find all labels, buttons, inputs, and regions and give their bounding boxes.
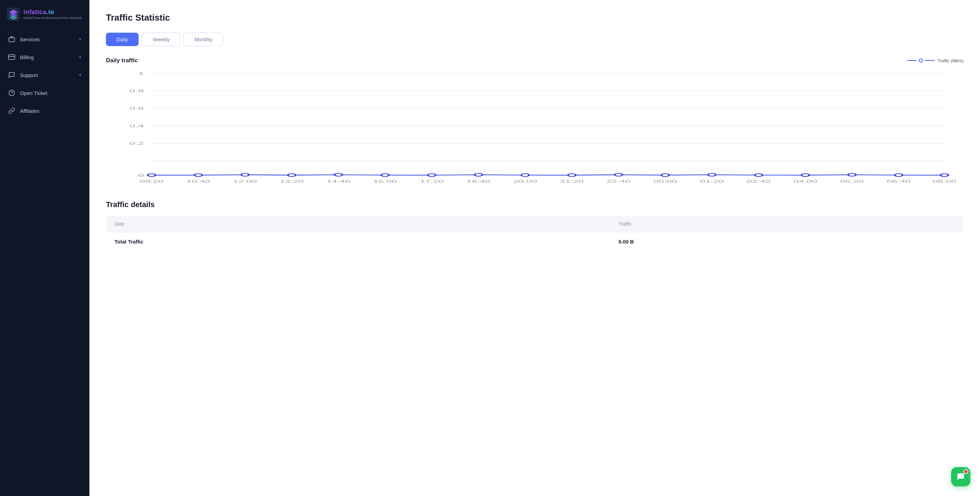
sidebar-item-open-ticket[interactable]: Open Ticket [0, 84, 89, 102]
svg-text:0.8: 0.8 [129, 88, 144, 93]
svg-point-40 [940, 174, 948, 177]
svg-text:12:00: 12:00 [233, 180, 257, 184]
column-date: Date [106, 216, 610, 233]
svg-text:09:20: 09:20 [140, 180, 163, 184]
sidebar: infatica.io Global Peer-to-Business Prox… [0, 0, 89, 496]
chart-legend: Traffic (Mb/s) [907, 58, 964, 63]
chart-container: 1 0.8 0.6 0.4 0.2 0 [106, 70, 964, 187]
sidebar-item-billing-label: Billing [20, 54, 34, 60]
briefcase-icon [8, 36, 15, 43]
logo-subtitle: Global Peer-to-Business Proxy Network [23, 16, 82, 20]
svg-text:18:40: 18:40 [467, 180, 490, 184]
svg-text:06:40: 06:40 [887, 180, 910, 184]
svg-point-31 [521, 174, 529, 177]
svg-text:04:00: 04:00 [793, 180, 817, 184]
svg-point-39 [895, 174, 902, 177]
svg-text:22:40: 22:40 [606, 180, 630, 184]
svg-text:16:00: 16:00 [373, 180, 397, 184]
sidebar-item-services-label: Services [20, 37, 40, 42]
legend-dash [907, 60, 917, 61]
svg-rect-4 [9, 38, 15, 42]
svg-text:21:20: 21:20 [560, 180, 584, 184]
svg-text:0.6: 0.6 [129, 106, 144, 110]
daily-button[interactable]: Daily [106, 33, 138, 46]
traffic-details-section: Traffic details Date Traffic Total Traff… [106, 200, 964, 251]
svg-point-38 [848, 173, 856, 177]
credit-card-icon [8, 54, 15, 61]
logo-icon [7, 8, 20, 21]
table-row-total: Total Traffic 0.00 B [106, 233, 964, 251]
svg-text:00:00: 00:00 [653, 180, 677, 184]
svg-point-35 [708, 173, 716, 177]
sidebar-item-billing[interactable]: Billing ▾ [0, 48, 89, 66]
table-body: Total Traffic 0.00 B [106, 233, 964, 251]
support-icon [8, 72, 15, 78]
svg-text:05:20: 05:20 [840, 180, 864, 184]
svg-point-24 [195, 174, 202, 177]
legend-label: Traffic (Mb/s) [937, 58, 964, 63]
svg-point-28 [381, 174, 389, 177]
svg-text:14:40: 14:40 [326, 180, 350, 184]
logo-text: infatica.io Global Peer-to-Business Prox… [23, 9, 82, 20]
sidebar-item-support[interactable]: Support ▾ [0, 66, 89, 84]
column-traffic: Traffic [610, 216, 964, 233]
weekly-button[interactable]: Weekly [142, 33, 180, 46]
svg-point-27 [334, 173, 342, 177]
logo: infatica.io Global Peer-to-Business Prox… [0, 0, 89, 30]
total-value: 0.00 B [610, 233, 964, 251]
svg-point-32 [568, 174, 576, 177]
svg-point-29 [428, 174, 436, 177]
link-icon [8, 107, 15, 114]
svg-point-37 [802, 174, 809, 177]
svg-point-30 [474, 173, 482, 177]
notification-dot [964, 469, 968, 474]
table-header: Date Traffic [106, 216, 964, 233]
svg-text:20:00: 20:00 [513, 180, 537, 184]
svg-point-26 [288, 174, 295, 177]
svg-text:1: 1 [138, 71, 144, 75]
svg-point-25 [241, 173, 248, 177]
details-table: Date Traffic Total Traffic 0.00 B [106, 215, 964, 251]
main-content: Traffic Statistic Daily Weekly Monthly D… [89, 0, 980, 496]
chart-svg: 1 0.8 0.6 0.4 0.2 0 [106, 70, 964, 187]
svg-rect-6 [9, 55, 15, 59]
legend-line [907, 59, 935, 62]
sidebar-item-services[interactable]: Services ▾ [0, 30, 89, 48]
chart-title: Daily traffic [106, 57, 138, 64]
period-buttons: Daily Weekly Monthly [106, 33, 964, 46]
svg-point-34 [662, 174, 669, 177]
page-title: Traffic Statistic [106, 13, 964, 23]
chevron-down-icon: ▾ [79, 37, 81, 41]
chat-button[interactable] [951, 467, 970, 486]
sidebar-item-affiliates[interactable]: Affiliates [0, 102, 89, 120]
svg-text:0: 0 [138, 173, 144, 178]
legend-dash-2 [925, 60, 935, 61]
table-header-row: Date Traffic [106, 216, 964, 233]
svg-text:10:40: 10:40 [186, 180, 210, 184]
svg-text:17:20: 17:20 [420, 180, 444, 184]
svg-text:02:40: 02:40 [747, 180, 771, 184]
legend-circle [919, 59, 923, 62]
logo-name: infatica.io [23, 9, 82, 16]
svg-text:08:00: 08:00 [932, 180, 956, 184]
question-circle-icon [8, 89, 15, 96]
svg-point-33 [615, 173, 622, 177]
svg-text:01:20: 01:20 [700, 180, 724, 184]
sidebar-item-open-ticket-label: Open Ticket [20, 90, 48, 96]
details-title: Traffic details [106, 200, 964, 209]
chart-section: Daily traffic Traffic (Mb/s) [106, 57, 964, 187]
svg-text:0.4: 0.4 [129, 123, 144, 128]
sidebar-item-support-label: Support [20, 72, 38, 78]
monthly-button[interactable]: Monthly [184, 33, 223, 46]
chevron-down-icon: ▾ [79, 73, 81, 77]
svg-text:0.2: 0.2 [129, 141, 144, 145]
svg-text:13:20: 13:20 [280, 180, 304, 184]
total-label: Total Traffic [106, 233, 610, 251]
chevron-down-icon: ▾ [79, 55, 81, 59]
svg-point-23 [148, 174, 156, 177]
chat-icon [956, 472, 965, 481]
chart-header: Daily traffic Traffic (Mb/s) [106, 57, 964, 64]
svg-point-36 [755, 174, 762, 177]
sidebar-item-affiliates-label: Affiliates [20, 108, 39, 114]
svg-point-8 [9, 90, 15, 96]
